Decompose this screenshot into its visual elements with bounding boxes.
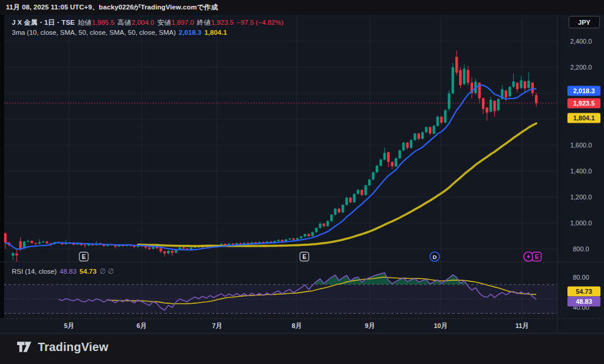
ma-title: 3ma (10, close, SMA, 50, close, SMA, 50,… — [12, 28, 176, 37]
svg-text:48.83: 48.83 — [576, 298, 592, 305]
price-tick: 2,200.0 — [570, 64, 592, 71]
svg-text:E: E — [82, 254, 86, 260]
tradingview-logo-icon — [17, 340, 32, 354]
low-value: 1,897.0 — [171, 18, 193, 27]
month-label: 8月 — [291, 322, 301, 329]
change-value: −97.5 (−4.82%) — [237, 18, 283, 27]
svg-text:1,804.1: 1,804.1 — [573, 114, 595, 122]
price-tick: 1,600.0 — [570, 142, 592, 149]
close-value: 1,923.5 — [211, 18, 234, 27]
earnings-marker[interactable]: E — [300, 252, 309, 261]
price-tick: 1,200.0 — [570, 194, 592, 201]
candlesticks[interactable] — [4, 50, 538, 262]
month-label: 11月 — [516, 322, 529, 329]
sma10-line — [5, 85, 536, 250]
close-label: 終値 — [197, 18, 211, 27]
rsi-flag: 48.83 — [567, 297, 600, 307]
price-tick: 800.0 — [573, 245, 589, 252]
attribution-text: 11月 08, 2025 11:05 UTC+9、backy0226がTradi… — [6, 3, 218, 12]
rsi-muted-icons: ∅ ∅ — [100, 267, 114, 276]
upcoming-earnings-marker[interactable]: E — [533, 252, 541, 261]
price-chart-canvas[interactable]: EEDE2,400.02,200.01,600.01,400.01,200.01… — [0, 15, 604, 335]
price-tick: 1,000.0 — [570, 219, 592, 227]
price-tick: 2,400.0 — [570, 38, 592, 45]
svg-text:D: D — [433, 254, 437, 260]
rsi-value: 48.83 — [60, 267, 77, 276]
open-label: 始値 — [78, 18, 91, 27]
price-flag: 1,804.1 — [567, 113, 600, 123]
tradingview-logo[interactable]: TradingView — [17, 340, 109, 354]
tradingview-brand-text: TradingView — [38, 340, 109, 354]
time-axis[interactable]: 5月6月7月8月9月10月11月 — [64, 322, 528, 329]
rsi-flag: 54.73 — [567, 287, 600, 297]
symbol-title: J X 金属・1日・TSE — [12, 18, 75, 27]
earnings-marker[interactable]: E — [80, 252, 88, 261]
left-gutter — [0, 15, 4, 319]
svg-text:1,923.5: 1,923.5 — [573, 100, 595, 107]
alert-marker[interactable] — [524, 252, 533, 261]
rsi-title: RSI (14, close) — [12, 267, 57, 276]
tradingview-snapshot: 11月 08, 2025 11:05 UTC+9、backy0226がTradi… — [0, 0, 604, 364]
symbol-legend[interactable]: J X 金属・1日・TSE 始値1,985.5 高値2,004.0 安値1,89… — [8, 17, 288, 28]
footer-bar: TradingView — [0, 335, 604, 364]
low-label: 安値 — [157, 18, 170, 27]
svg-text:2,018.3: 2,018.3 — [573, 87, 595, 94]
rsi-legend[interactable]: RSI (14, close) 48.83 54.73 ∅ ∅ — [8, 266, 119, 277]
month-label: 10月 — [434, 322, 447, 329]
month-label: 6月 — [136, 322, 146, 329]
svg-text:E: E — [535, 254, 539, 260]
dividend-marker[interactable]: D — [430, 252, 439, 261]
high-label: 高値 — [117, 18, 131, 27]
price-axis[interactable]: 2,400.02,200.01,600.01,400.01,200.01,000… — [567, 38, 600, 311]
attribution-bar: 11月 08, 2025 11:05 UTC+9、backy0226がTradi… — [0, 0, 604, 15]
sma50-line — [138, 123, 536, 246]
svg-text:E: E — [303, 254, 307, 260]
ma10-value: 2,018.3 — [179, 28, 201, 37]
event-markers[interactable]: EEDE — [80, 252, 541, 261]
rsi-ma-value: 54.73 — [80, 267, 97, 276]
month-label: 5月 — [64, 322, 74, 329]
rsi-tick: 80.00 — [573, 274, 589, 281]
price-flag: 2,018.3 — [567, 86, 600, 96]
currency-toggle-button[interactable]: JPY — [569, 16, 600, 28]
month-label: 7月 — [212, 322, 222, 329]
high-value: 2,004.0 — [132, 18, 154, 27]
price-flag: 1,923.5 — [567, 99, 600, 109]
chart-widget[interactable]: EEDE2,400.02,200.01,600.01,400.01,200.01… — [0, 15, 604, 335]
open-value: 1,985.5 — [92, 18, 114, 27]
ma50-value: 1,804.1 — [204, 28, 226, 37]
month-label: 9月 — [365, 322, 375, 329]
price-tick: 1,400.0 — [570, 168, 592, 175]
ma-legend[interactable]: 3ma (10, close, SMA, 50, close, SMA, 50,… — [8, 27, 232, 38]
svg-text:54.73: 54.73 — [576, 288, 592, 295]
